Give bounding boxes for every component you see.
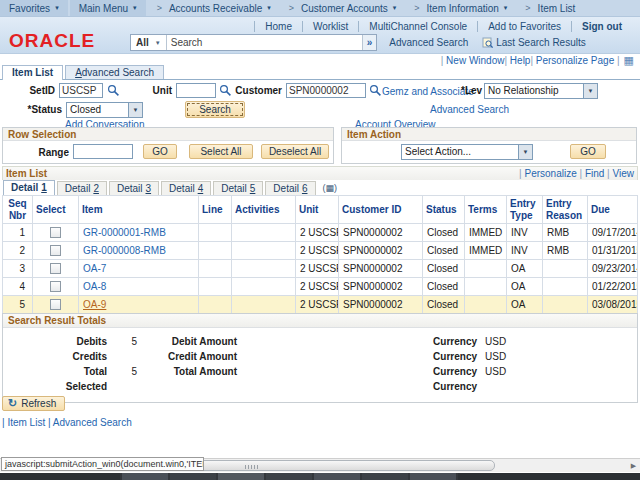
column-header[interactable]: Terms [465, 196, 507, 224]
breadcrumb-item[interactable]: Item List [516, 0, 584, 16]
footer-link[interactable]: Item List [2, 417, 45, 428]
detail-tab[interactable]: Detail1 [3, 180, 55, 195]
status-select-value: Closed [67, 103, 128, 117]
last-search-results-link[interactable]: Last Search Results [496, 37, 586, 48]
detail-tab-number: 1 [41, 182, 47, 193]
grid-action-link[interactable]: Find [577, 168, 605, 179]
show-all-columns-icon[interactable]: (▦) [323, 183, 338, 193]
customer-lookup-icon[interactable] [369, 84, 382, 97]
column-header[interactable]: Status [423, 196, 465, 224]
item-link[interactable]: GR-0000001-RMB [83, 227, 166, 238]
unit-cell: 2 USCSP [296, 224, 339, 242]
pagebar-link[interactable]: Help [504, 55, 530, 66]
breadcrumb-item[interactable]: Accounts Receivable [148, 0, 280, 16]
detail-tab[interactable]: Detail4 [161, 181, 211, 195]
header-link[interactable]: Home [254, 21, 302, 32]
status-cell: Closed [423, 224, 465, 242]
column-header[interactable]: Unit [296, 196, 339, 224]
footer-link[interactable]: Advanced Search [45, 417, 132, 428]
row-checkbox[interactable] [50, 281, 61, 292]
column-header[interactable]: Customer ID [339, 196, 423, 224]
advanced-search-form-link[interactable]: Advanced Search [430, 104, 509, 115]
row-checkbox[interactable] [50, 227, 61, 238]
entry-reason-cell: RMB [543, 242, 588, 260]
item-cell: GR-0000001-RMB [79, 224, 199, 242]
page-tab[interactable]: Item List [2, 65, 63, 80]
row-checkbox[interactable] [50, 263, 61, 274]
level-select[interactable]: No Relationship ▼ [484, 83, 598, 99]
column-header[interactable]: Entry Reason [543, 196, 588, 224]
table-row: 3 OA-7 2 USCSP SPN0000002 Closed OA 09/2… [3, 260, 638, 278]
breadcrumb-item-label: Item List [538, 3, 576, 14]
header-link[interactable]: Worklist [302, 21, 358, 32]
item-link[interactable]: GR-0000008-RMB [83, 245, 166, 256]
column-header[interactable]: Entry Type [507, 196, 543, 224]
column-header[interactable]: Seq Nbr [3, 196, 33, 224]
activities-cell [232, 296, 296, 314]
grid-action-link[interactable]: Personalize [519, 168, 577, 179]
oracle-logo: ORACLE [9, 30, 95, 52]
customer-field[interactable] [286, 83, 366, 98]
line-cell [199, 260, 232, 278]
column-header[interactable]: Item [79, 196, 199, 224]
customer-id-cell: SPN0000002 [339, 260, 423, 278]
breadcrumb-item[interactable]: Main Menu [70, 0, 146, 16]
item-action-select[interactable]: Select Action... ▼ [401, 144, 533, 160]
unit-field[interactable] [176, 83, 216, 98]
detail-tab-number: 3 [146, 183, 152, 194]
detail-tab-label: Detail [65, 183, 91, 194]
item-link[interactable]: OA-7 [83, 263, 106, 274]
taskbar-strip [0, 473, 640, 480]
search-bar: All » Advanced Search Last Search Result… [130, 34, 586, 51]
item-action-select-value: Select Action... [402, 145, 518, 159]
pagebar-link[interactable]: New Window [441, 55, 505, 66]
customer-name-link[interactable]: Gemz and Associate [382, 86, 474, 97]
detail-tab[interactable]: Detail6 [265, 181, 315, 195]
detail-tab[interactable]: Detail5 [213, 181, 263, 195]
terms-cell [465, 278, 507, 296]
page-tab[interactable]: Advanced Search [65, 65, 164, 79]
breadcrumb-item[interactable]: Customer Accounts [280, 0, 406, 16]
status-cell: Closed [423, 242, 465, 260]
scrollbar-right-arrow[interactable]: ▶ [628, 461, 639, 471]
search-input[interactable] [167, 35, 362, 50]
column-header[interactable]: Due [588, 196, 638, 224]
seq-cell: 3 [3, 260, 33, 278]
header-link[interactable]: Add to Favorites [477, 21, 571, 32]
breadcrumb-item-label: Favorites [9, 3, 50, 14]
detail-tab[interactable]: Detail3 [109, 181, 159, 195]
search-go-button[interactable]: » [362, 35, 377, 50]
setid-field[interactable] [59, 83, 103, 98]
item-link[interactable]: OA-8 [83, 281, 106, 292]
row-checkbox[interactable] [50, 299, 61, 310]
status-select[interactable]: Closed ▼ [66, 102, 143, 118]
advanced-search-link[interactable]: Advanced Search [389, 37, 468, 48]
item-list-title: Item List [6, 168, 47, 179]
search-button[interactable]: Search [185, 101, 245, 118]
detail-tab[interactable]: Detail2 [57, 181, 107, 195]
copy-url-grid-icon[interactable]: ▦ [624, 55, 634, 65]
item-action-box: Item Action Select Action... ▼ GO [341, 127, 637, 164]
range-field[interactable] [73, 144, 133, 159]
pagebar-link[interactable]: Personalize Page [530, 55, 614, 66]
setid-lookup-icon[interactable] [107, 84, 120, 97]
scrollbar-grip-icon [245, 465, 258, 469]
sign-out-link[interactable]: Sign out [571, 21, 632, 32]
search-scope-select[interactable]: All [131, 35, 167, 50]
row-checkbox[interactable] [50, 245, 61, 256]
item-link[interactable]: OA-9 [83, 299, 106, 310]
column-header[interactable]: Select [33, 196, 79, 224]
header-link[interactable]: MultiChannel Console [358, 21, 477, 32]
grid-action-link[interactable]: View [604, 168, 634, 179]
column-header[interactable]: Line [199, 196, 232, 224]
breadcrumb-item[interactable]: Favorites [0, 0, 68, 16]
currency-label: Currency [433, 336, 477, 347]
refresh-button[interactable]: ↻ Refresh [2, 396, 65, 411]
item-action-go-button[interactable]: GO [570, 144, 606, 159]
column-header[interactable]: Activities [232, 196, 296, 224]
page-tab-label-rest: dvanced Search [82, 67, 154, 78]
deselect-all-button[interactable]: Deselect All [261, 144, 329, 159]
select-all-button[interactable]: Select All [189, 144, 253, 159]
range-go-button[interactable]: GO [143, 144, 177, 159]
breadcrumb-item[interactable]: Item Information [405, 0, 516, 16]
